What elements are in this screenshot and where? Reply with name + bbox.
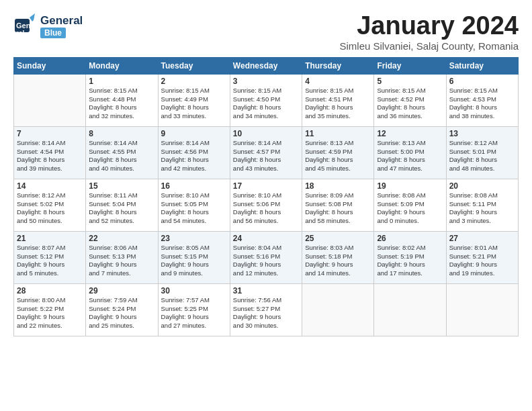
- day-cell: 3Sunrise: 8:15 AMSunset: 4:50 PMDaylight…: [230, 74, 302, 126]
- day-cell: 19Sunrise: 8:08 AMSunset: 5:09 PMDayligh…: [374, 179, 446, 231]
- day-cell: 30Sunrise: 7:57 AMSunset: 5:25 PMDayligh…: [158, 283, 230, 336]
- day-info: Sunrise: 7:56 AMSunset: 5:27 PMDaylight:…: [233, 296, 299, 330]
- day-info: Sunrise: 8:03 AMSunset: 5:18 PMDaylight:…: [305, 244, 371, 278]
- day-number: 11: [305, 129, 371, 138]
- day-info: Sunrise: 8:08 AMSunset: 5:09 PMDaylight:…: [377, 191, 443, 226]
- day-number: 12: [377, 129, 443, 138]
- day-info: Sunrise: 8:14 AMSunset: 4:54 PMDaylight:…: [17, 139, 83, 173]
- day-info: Sunrise: 8:04 AMSunset: 5:16 PMDaylight:…: [233, 244, 299, 278]
- day-cell: [14, 74, 86, 126]
- day-number: 19: [377, 181, 443, 191]
- day-number: 23: [161, 234, 227, 243]
- calendar-table: Sunday Monday Tuesday Wednesday Thursday…: [13, 57, 519, 336]
- day-number: 30: [161, 286, 227, 295]
- day-cell: 31Sunrise: 7:56 AMSunset: 5:27 PMDayligh…: [230, 283, 302, 336]
- day-cell: 2Sunrise: 8:15 AMSunset: 4:49 PMDaylight…: [158, 74, 230, 126]
- day-number: 28: [17, 286, 83, 295]
- day-info: Sunrise: 8:15 AMSunset: 4:51 PMDaylight:…: [305, 87, 371, 121]
- day-number: 10: [233, 129, 299, 138]
- day-number: 1: [89, 77, 154, 86]
- day-number: 4: [305, 77, 371, 86]
- day-info: Sunrise: 8:09 AMSunset: 5:08 PMDaylight:…: [305, 191, 371, 226]
- subtitle: Simleu Silvaniei, Salaj County, Romania: [339, 40, 519, 52]
- col-monday: Monday: [86, 57, 158, 74]
- day-info: Sunrise: 8:10 AMSunset: 5:05 PMDaylight:…: [161, 191, 227, 226]
- day-number: 3: [233, 77, 299, 86]
- day-info: Sunrise: 8:05 AMSunset: 5:15 PMDaylight:…: [161, 244, 227, 278]
- day-info: Sunrise: 8:14 AMSunset: 4:55 PMDaylight:…: [89, 139, 154, 173]
- day-number: 25: [305, 234, 371, 243]
- header: Gene ral General Blue January 2024 Simle…: [13, 12, 519, 52]
- day-number: 9: [161, 129, 227, 138]
- col-tuesday: Tuesday: [158, 57, 230, 74]
- day-cell: 6Sunrise: 8:15 AMSunset: 4:53 PMDaylight…: [446, 74, 518, 126]
- day-number: 26: [377, 234, 443, 243]
- day-cell: 1Sunrise: 8:15 AMSunset: 4:48 PMDaylight…: [86, 74, 158, 126]
- day-number: 18: [305, 181, 371, 191]
- day-number: 22: [89, 234, 154, 243]
- day-number: 16: [161, 181, 227, 191]
- day-cell: [374, 283, 446, 336]
- day-cell: 28Sunrise: 8:00 AMSunset: 5:22 PMDayligh…: [14, 283, 86, 336]
- day-info: Sunrise: 8:02 AMSunset: 5:19 PMDaylight:…: [377, 244, 443, 278]
- day-cell: 25Sunrise: 8:03 AMSunset: 5:18 PMDayligh…: [302, 231, 374, 283]
- day-info: Sunrise: 8:11 AMSunset: 5:04 PMDaylight:…: [89, 191, 154, 226]
- day-cell: 20Sunrise: 8:08 AMSunset: 5:11 PMDayligh…: [446, 179, 518, 231]
- day-info: Sunrise: 8:15 AMSunset: 4:52 PMDaylight:…: [377, 87, 443, 121]
- col-saturday: Saturday: [446, 57, 518, 74]
- day-cell: 23Sunrise: 8:05 AMSunset: 5:15 PMDayligh…: [158, 231, 230, 283]
- day-cell: 9Sunrise: 8:14 AMSunset: 4:56 PMDaylight…: [158, 126, 230, 179]
- svg-marker-3: [30, 13, 38, 21]
- day-number: 15: [89, 181, 154, 191]
- logo-general: General: [40, 15, 83, 26]
- day-number: 17: [233, 181, 299, 191]
- day-number: 24: [233, 234, 299, 243]
- day-info: Sunrise: 8:01 AMSunset: 5:21 PMDaylight:…: [449, 244, 515, 278]
- day-cell: 16Sunrise: 8:10 AMSunset: 5:05 PMDayligh…: [158, 179, 230, 231]
- day-info: Sunrise: 8:13 AMSunset: 4:59 PMDaylight:…: [305, 139, 371, 173]
- day-info: Sunrise: 8:14 AMSunset: 4:56 PMDaylight:…: [161, 139, 227, 173]
- day-info: Sunrise: 7:57 AMSunset: 5:25 PMDaylight:…: [161, 296, 227, 330]
- day-number: 5: [377, 77, 443, 86]
- col-sunday: Sunday: [14, 57, 86, 74]
- day-cell: 29Sunrise: 7:59 AMSunset: 5:24 PMDayligh…: [86, 283, 158, 336]
- day-number: 7: [17, 129, 83, 138]
- day-number: 14: [17, 181, 83, 191]
- week-row-4: 21Sunrise: 8:07 AMSunset: 5:12 PMDayligh…: [14, 231, 519, 283]
- day-cell: [446, 283, 518, 336]
- day-number: 6: [449, 77, 515, 86]
- day-cell: 14Sunrise: 8:12 AMSunset: 5:02 PMDayligh…: [14, 179, 86, 231]
- day-info: Sunrise: 8:13 AMSunset: 5:00 PMDaylight:…: [377, 139, 443, 173]
- day-cell: 5Sunrise: 8:15 AMSunset: 4:52 PMDaylight…: [374, 74, 446, 126]
- day-info: Sunrise: 8:08 AMSunset: 5:11 PMDaylight:…: [449, 191, 515, 226]
- day-number: 13: [449, 129, 515, 138]
- day-cell: 27Sunrise: 8:01 AMSunset: 5:21 PMDayligh…: [446, 231, 518, 283]
- day-cell: 12Sunrise: 8:13 AMSunset: 5:00 PMDayligh…: [374, 126, 446, 179]
- day-cell: 15Sunrise: 8:11 AMSunset: 5:04 PMDayligh…: [86, 179, 158, 231]
- col-thursday: Thursday: [302, 57, 374, 74]
- day-cell: 24Sunrise: 8:04 AMSunset: 5:16 PMDayligh…: [230, 231, 302, 283]
- day-cell: 11Sunrise: 8:13 AMSunset: 4:59 PMDayligh…: [302, 126, 374, 179]
- day-info: Sunrise: 8:12 AMSunset: 5:02 PMDaylight:…: [17, 191, 83, 226]
- day-number: 27: [449, 234, 515, 243]
- day-info: Sunrise: 8:06 AMSunset: 5:13 PMDaylight:…: [89, 244, 154, 278]
- logo: Gene ral General Blue: [13, 12, 83, 40]
- day-cell: 13Sunrise: 8:12 AMSunset: 5:01 PMDayligh…: [446, 126, 518, 179]
- svg-text:ral: ral: [16, 30, 24, 37]
- day-cell: [302, 283, 374, 336]
- day-info: Sunrise: 8:15 AMSunset: 4:49 PMDaylight:…: [161, 87, 227, 121]
- day-number: 21: [17, 234, 83, 243]
- day-cell: 21Sunrise: 8:07 AMSunset: 5:12 PMDayligh…: [14, 231, 86, 283]
- header-row: Sunday Monday Tuesday Wednesday Thursday…: [14, 57, 519, 74]
- day-cell: 10Sunrise: 8:14 AMSunset: 4:57 PMDayligh…: [230, 126, 302, 179]
- day-info: Sunrise: 8:10 AMSunset: 5:06 PMDaylight:…: [233, 191, 299, 226]
- day-info: Sunrise: 8:15 AMSunset: 4:48 PMDaylight:…: [89, 87, 154, 121]
- day-number: 31: [233, 286, 299, 295]
- day-cell: 18Sunrise: 8:09 AMSunset: 5:08 PMDayligh…: [302, 179, 374, 231]
- day-number: 2: [161, 77, 227, 86]
- col-friday: Friday: [374, 57, 446, 74]
- day-info: Sunrise: 7:59 AMSunset: 5:24 PMDaylight:…: [89, 296, 154, 330]
- day-info: Sunrise: 8:15 AMSunset: 4:53 PMDaylight:…: [449, 87, 515, 121]
- week-row-2: 7Sunrise: 8:14 AMSunset: 4:54 PMDaylight…: [14, 126, 519, 179]
- month-title: January 2024: [339, 12, 519, 40]
